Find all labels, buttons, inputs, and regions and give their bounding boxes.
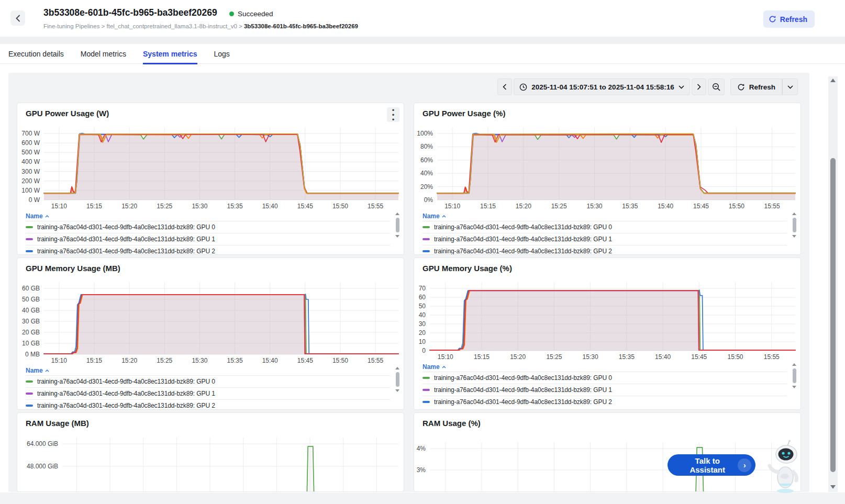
area-fill <box>62 446 398 492</box>
breadcrumb-separator: > <box>237 23 244 29</box>
breadcrumb-item[interactable]: ftel_chat_contpretrained_llama3.1-8b-ins… <box>107 23 237 29</box>
legend-item[interactable]: training-a76ac04d-d301-4ecd-9dfb-4a0c8ec… <box>26 387 390 399</box>
time-range-label: 2025-11-04 15:07:51 to 2025-11-04 15:58:… <box>531 83 674 91</box>
header-refresh-button[interactable]: Refresh <box>763 10 815 28</box>
time-forward-button[interactable] <box>692 79 706 95</box>
tab-logs[interactable]: Logs <box>214 44 230 64</box>
time-range-picker[interactable]: 2025-11-04 15:07:51 to 2025-11-04 15:58:… <box>514 79 690 95</box>
legend-item[interactable]: training-a76ac04d-d301-4ecd-9dfb-4a0c8ec… <box>422 233 787 245</box>
scroll-down-icon[interactable] <box>792 386 796 388</box>
x-axis-tick-label: 15:15 <box>474 353 490 361</box>
legend-scrollbar[interactable] <box>791 363 797 388</box>
y-axis-tick-label: 20% <box>420 183 433 191</box>
x-axis-tick-label: 15:50 <box>332 203 348 210</box>
sort-ascending-icon <box>442 366 446 368</box>
scroll-down-icon[interactable] <box>792 235 796 238</box>
metrics-panel: 2025-11-04 15:07:51 to 2025-11-04 15:58:… <box>8 73 809 492</box>
x-axis-tick-label: 15:45 <box>297 203 313 210</box>
y-axis-tick-label: 48.000 GiB <box>27 463 58 470</box>
scroll-up-icon[interactable] <box>792 363 796 366</box>
x-axis-tick-label: 15:30 <box>192 357 207 364</box>
x-axis-tick-label: 15:15 <box>480 203 496 210</box>
scroll-down-icon[interactable] <box>830 485 836 489</box>
sort-ascending-icon <box>45 215 49 218</box>
scrollbar-thumb[interactable] <box>830 158 836 472</box>
assistant-robot-mascot[interactable] <box>763 440 805 495</box>
area-fill <box>44 294 398 354</box>
chart-card-4: RAM Usage (MB)64.000 GiB48.000 GiB15:101… <box>17 412 404 492</box>
x-axis-tick-label: 15:35 <box>227 357 243 364</box>
legend-item[interactable]: training-a76ac04d-d301-4ecd-9dfb-4a0c8ec… <box>422 384 787 396</box>
legend-scrollbar[interactable] <box>394 212 401 238</box>
header-divider <box>0 37 845 44</box>
scroll-up-icon[interactable] <box>395 367 399 369</box>
tab-model-metrics[interactable]: Model metrics <box>81 44 126 64</box>
x-axis-tick-label: 15:55 <box>368 203 383 210</box>
y-axis-tick-label: 64.000 GiB <box>27 440 58 447</box>
page-scrollbar[interactable] <box>828 76 838 492</box>
legend-sort-header[interactable]: Name <box>422 211 787 221</box>
series-color-swatch-icon <box>422 401 430 403</box>
breadcrumb[interactable]: Fine-tuning Pipelines > ftel_chat_contpr… <box>43 23 358 29</box>
y-axis-tick-label: 20 GB <box>22 329 40 336</box>
legend-item[interactable]: training-a76ac04d-d301-4ecd-9dfb-4a0c8ec… <box>26 233 390 245</box>
y-axis-tick-label: 70 <box>419 285 426 292</box>
talk-to-assistant-button[interactable]: Talk to Assistant › <box>668 454 755 476</box>
chart-card-1: GPU Power Usage (%)100%80%60%40%20%0%15:… <box>414 103 801 255</box>
page-title: 3b53308e-601b-45fc-b965-ba3beef20269 <box>43 7 217 18</box>
legend-header-label: Name <box>422 363 440 371</box>
tab-execution-details[interactable]: Execution details <box>8 44 64 64</box>
status-text: Succeeded <box>238 10 273 18</box>
legend-scrollbar[interactable] <box>394 367 401 392</box>
scroll-up-icon[interactable] <box>792 212 796 215</box>
refresh-button[interactable]: Refresh <box>730 79 782 95</box>
x-axis-tick-label: 15:50 <box>332 357 348 364</box>
legend-item[interactable]: training-a76ac04d-d301-4ecd-9dfb-4a0c8ec… <box>422 221 787 233</box>
legend-item[interactable]: training-a76ac04d-d301-4ecd-9dfb-4a0c8ec… <box>26 375 390 387</box>
legend-item[interactable]: training-a76ac04d-d301-4ecd-9dfb-4a0c8ec… <box>26 399 390 410</box>
legend-scrollbar-thumb[interactable] <box>793 218 796 232</box>
legend-sort-header[interactable]: Name <box>26 366 390 375</box>
legend-sort-header[interactable]: Name <box>422 362 787 372</box>
page-header: 3b53308e-601b-45fc-b965-ba3beef20269 Suc… <box>0 0 845 37</box>
series-color-swatch-icon <box>422 226 430 228</box>
x-axis-tick-label: 15:35 <box>622 203 638 210</box>
legend-sort-header[interactable]: Name <box>26 211 390 221</box>
chart-plot: 64.000 GiB48.000 GiB15:1015:1515:2015:25… <box>17 413 404 492</box>
x-axis-tick-label: 15:25 <box>546 353 562 361</box>
scroll-down-icon[interactable] <box>395 389 399 392</box>
tab-system-metrics[interactable]: System metrics <box>143 44 197 64</box>
legend-header-label: Name <box>26 212 43 220</box>
refresh-interval-dropdown[interactable] <box>782 79 798 95</box>
y-axis-tick-label: 10 GB <box>22 340 40 347</box>
legend-scrollbar-thumb[interactable] <box>793 368 796 383</box>
x-axis-tick-label: 15:55 <box>764 203 780 210</box>
legend-item[interactable]: training-a76ac04d-d301-4ecd-9dfb-4a0c8ec… <box>26 245 390 255</box>
sort-ascending-icon <box>442 215 446 218</box>
legend-item[interactable]: training-a76ac04d-d301-4ecd-9dfb-4a0c8ec… <box>422 245 787 255</box>
y-axis-tick-label: 4% <box>417 445 426 452</box>
scroll-up-icon[interactable] <box>830 79 836 82</box>
scroll-down-icon[interactable] <box>395 235 399 238</box>
refresh-icon <box>769 15 776 23</box>
legend-scrollbar[interactable] <box>791 212 797 238</box>
legend-scrollbar-thumb[interactable] <box>396 218 399 232</box>
x-axis-tick-label: 15:25 <box>157 357 172 364</box>
y-axis-tick-label: 40 GB <box>22 307 40 314</box>
x-axis-tick-label: 15:40 <box>262 203 278 210</box>
x-axis-tick-label: 15:30 <box>192 203 207 210</box>
chevron-right-icon <box>697 84 701 90</box>
x-axis-tick-label: 15:55 <box>764 353 780 361</box>
zoom-out-button[interactable] <box>708 79 725 95</box>
legend-item[interactable]: training-a76ac04d-d301-4ecd-9dfb-4a0c8ec… <box>422 396 787 408</box>
back-button[interactable] <box>10 10 25 26</box>
time-back-button[interactable] <box>497 79 512 95</box>
legend-scrollbar-thumb[interactable] <box>396 372 399 387</box>
scroll-up-icon[interactable] <box>395 212 399 215</box>
legend-item[interactable]: training-a76ac04d-d301-4ecd-9dfb-4a0c8ec… <box>422 372 787 384</box>
legend-item[interactable]: training-a76ac04d-d301-4ecd-9dfb-4a0c8ec… <box>26 221 390 233</box>
breadcrumb-item[interactable]: Fine-tuning Pipelines <box>43 23 99 29</box>
x-axis-tick-label: 15:10 <box>51 203 67 210</box>
y-axis-tick-label: 3% <box>417 466 426 474</box>
x-axis-tick-label: 15:20 <box>121 357 137 364</box>
